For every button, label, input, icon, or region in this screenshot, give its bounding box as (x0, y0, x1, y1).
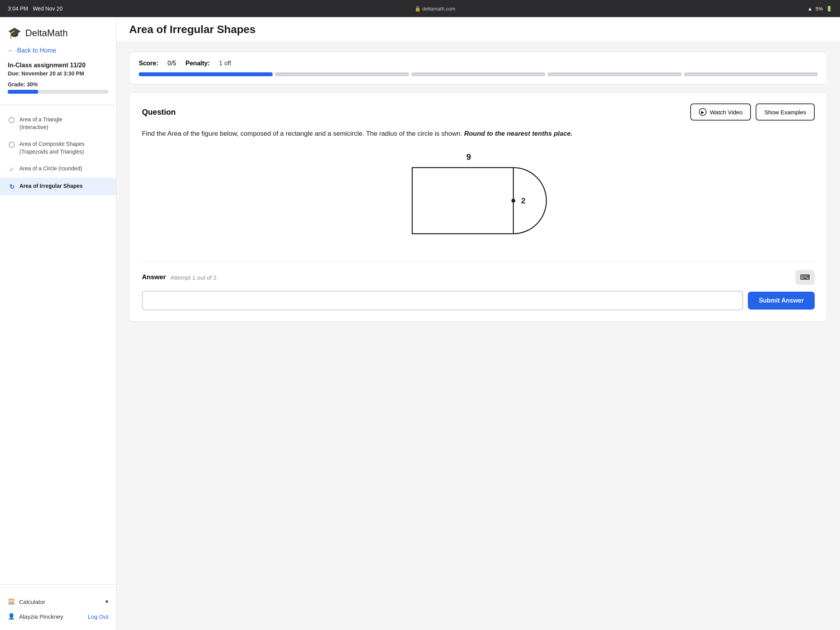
date: Wed Nov 20 (33, 5, 63, 12)
progress-seg-5 (684, 72, 818, 76)
calculator-icon: 🧮 (8, 598, 15, 605)
watch-video-button[interactable]: ▶ Watch Video (690, 103, 751, 121)
arrow-left-icon: ← (8, 47, 14, 54)
answer-row: Submit Answer (142, 291, 815, 310)
logo: 🎓 DeltaMath (0, 17, 116, 46)
user-name: Alayzia Pinckney (19, 613, 63, 620)
status-bar-left: 3:04 PM Wed Nov 20 (8, 5, 63, 12)
answer-header: Answer Attempt 1 out of 2 ⌨ (142, 270, 815, 285)
answer-label: Answer (142, 273, 166, 281)
circle-icon-2 (9, 142, 15, 148)
play-circle-icon: ▶ (699, 108, 707, 116)
progress-seg-2 (275, 72, 409, 76)
sync-icon: ↻ (9, 183, 14, 191)
progress-segments (139, 72, 818, 76)
svg-text:9: 9 (466, 152, 471, 162)
score-row: Score: 0/5 Penalty: 1 off (139, 60, 818, 67)
keyboard-button[interactable]: ⌨ (795, 270, 815, 285)
calculator-row[interactable]: 🧮 Calculator ▾ (8, 594, 108, 609)
assignment-due: Due: November 20 at 3:30 PM (8, 70, 108, 77)
back-to-home-link[interactable]: ← Back to Home (0, 46, 116, 62)
svg-rect-1 (412, 168, 513, 234)
answer-section: Answer Attempt 1 out of 2 ⌨ Submit Answe… (142, 262, 815, 310)
sidebar-item-triangle[interactable]: Area of a Triangle(Interactive) (0, 111, 116, 136)
chevron-down-icon: ▾ (105, 598, 108, 605)
progress-seg-3 (411, 72, 545, 76)
question-header: Question ▶ Watch Video Show Examples (142, 103, 815, 121)
logout-link[interactable]: Log Out (88, 613, 108, 620)
sidebar-bottom: 🧮 Calculator ▾ 👤 Alayzia Pinckney Log Ou… (0, 588, 116, 630)
time: 3:04 PM (8, 5, 28, 12)
grade-progress-bar (8, 90, 108, 94)
sidebar-item-irregular[interactable]: ↻ Area of Irregular Shapes (0, 178, 116, 195)
logo-text: DeltaMath (25, 28, 68, 38)
app-container: 🎓 DeltaMath ← Back to Home In-Class assi… (0, 17, 840, 630)
wifi-icon: ▲ (807, 6, 812, 12)
user-row: 👤 Alayzia Pinckney Log Out (8, 609, 108, 624)
penalty-value: 1 off (219, 60, 231, 67)
attempt-text: Attempt 1 out of 2 (170, 274, 216, 281)
content-area: Score: 0/5 Penalty: 1 off Question (117, 42, 840, 331)
main-content: Area of Irregular Shapes Score: 0/5 Pena… (117, 17, 840, 630)
progress-seg-4 (548, 72, 681, 76)
penalty-label: Penalty: (186, 60, 210, 67)
question-text: Find the Area of the figure below, compo… (142, 128, 815, 139)
url-display: 🔒 deltamath.com (415, 6, 455, 12)
sidebar-item-label-triangle: Area of a Triangle(Interactive) (19, 116, 108, 131)
sidebar-item-composite[interactable]: Area of Composite Shapes(Trapezoids and … (0, 136, 116, 160)
progress-seg-1 (139, 72, 273, 76)
score-card: Score: 0/5 Penalty: 1 off (129, 52, 828, 84)
score-value: 0/5 (168, 60, 176, 67)
sidebar-item-circle[interactable]: ✓ Area of a Circle (rounded) (0, 160, 116, 178)
svg-text:2: 2 (521, 196, 525, 205)
check-icon: ✓ (9, 166, 14, 173)
figure-container: 9 2 (142, 148, 815, 249)
calculator-label: Calculator (19, 598, 46, 605)
status-bar: 3:04 PM Wed Nov 20 🔒 deltamath.com ▲ 5% … (0, 0, 840, 17)
graduation-cap-icon: 🎓 (8, 26, 21, 39)
sidebar-item-label-circle: Area of a Circle (rounded) (19, 165, 108, 173)
show-examples-button[interactable]: Show Examples (756, 103, 815, 121)
grade-bar-fill (8, 90, 38, 94)
question-buttons: ▶ Watch Video Show Examples (690, 103, 815, 121)
status-bar-right: ▲ 5% 🔋 (807, 6, 832, 12)
grade-label: Grade: 30% (8, 81, 108, 88)
sidebar: 🎓 DeltaMath ← Back to Home In-Class assi… (0, 17, 117, 630)
assignment-info: In-Class assignment 11/20 Due: November … (0, 62, 116, 102)
sidebar-divider-1 (0, 105, 116, 105)
sidebar-item-label-irregular: Area of Irregular Shapes (19, 182, 108, 190)
question-card: Question ▶ Watch Video Show Examples Fin… (129, 92, 828, 322)
page-title: Area of Irregular Shapes (129, 23, 828, 36)
grade-value: 30% (27, 81, 38, 88)
submit-answer-button[interactable]: Submit Answer (748, 292, 815, 310)
score-label: Score: (139, 60, 158, 67)
battery-level: 5% (816, 6, 823, 12)
svg-point-3 (511, 199, 515, 203)
sidebar-divider-2 (0, 584, 116, 584)
answer-input[interactable] (142, 291, 743, 310)
battery-icon: 🔋 (826, 6, 832, 12)
circle-icon (9, 117, 15, 123)
page-title-bar: Area of Irregular Shapes (117, 17, 840, 42)
user-icon: 👤 (8, 613, 15, 620)
shape-figure: 9 2 (397, 148, 560, 249)
question-label: Question (142, 108, 176, 117)
sidebar-item-label-composite: Area of Composite Shapes(Trapezoids and … (19, 140, 108, 156)
sidebar-nav: Area of a Triangle(Interactive) Area of … (0, 108, 116, 581)
assignment-title: In-Class assignment 11/20 (8, 62, 108, 69)
